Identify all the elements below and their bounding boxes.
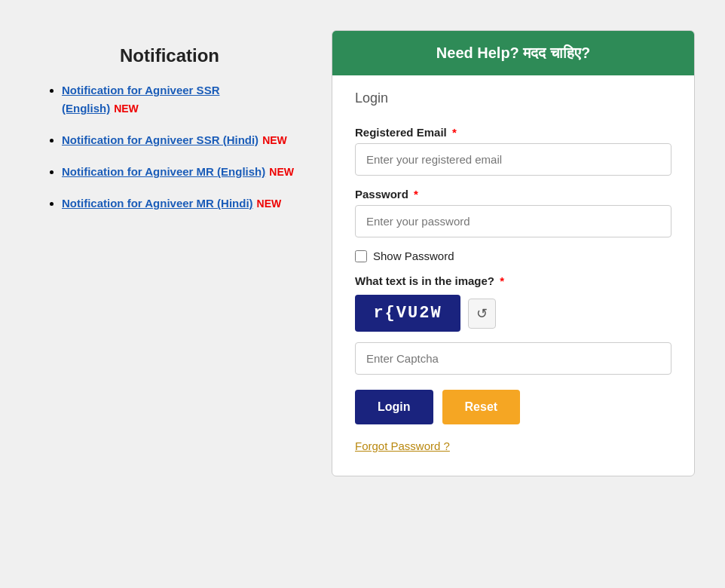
password-input[interactable] [355, 205, 671, 237]
login-button[interactable]: Login [355, 390, 433, 424]
captcha-image-row: r{VU2W ↺ [355, 295, 671, 332]
captcha-label: What text is in the image? * [355, 274, 671, 287]
show-password-row: Show Password [355, 250, 671, 262]
reset-button[interactable]: Reset [442, 390, 521, 424]
new-badge: NEW [269, 166, 294, 178]
password-required-star: * [414, 188, 418, 201]
captcha-required-star: * [500, 274, 504, 287]
notification-link[interactable]: Notification for Agniveer SSR (Hindi) [62, 133, 258, 146]
forgot-password-link[interactable]: Forgot Password ? [355, 439, 450, 452]
list-item: Notification for Agniveer MR (English)NE… [62, 163, 294, 181]
login-form: Login Registered Email * Password * [332, 75, 694, 476]
notification-list: Notification for Agniveer SSR (English)N… [45, 81, 294, 213]
new-badge: NEW [257, 198, 282, 210]
notification-panel: Notification Notification for Agniveer S… [30, 30, 309, 241]
email-required-star: * [452, 126, 457, 139]
email-group: Registered Email * [355, 126, 671, 176]
email-input[interactable] [355, 143, 671, 176]
email-label: Registered Email * [355, 126, 671, 139]
notification-title: Notification [45, 45, 294, 66]
new-badge: NEW [262, 134, 287, 146]
login-panel: Need Help? मदद चाहिए? Login Registered E… [332, 30, 695, 476]
buttons-row: Login Reset [355, 390, 671, 424]
password-label: Password * [355, 188, 671, 201]
new-badge: NEW [114, 103, 139, 115]
captcha-group: What text is in the image? * r{VU2W ↺ [355, 274, 671, 375]
captcha-refresh-button[interactable]: ↺ [468, 299, 496, 329]
notification-link[interactable]: Notification for Agniveer MR (English) [62, 165, 265, 178]
help-banner: Need Help? मदद चाहिए? [332, 31, 694, 75]
notification-link[interactable]: Notification for Agniveer SSR (English) [62, 84, 219, 115]
show-password-checkbox[interactable] [355, 250, 367, 262]
captcha-image: r{VU2W [355, 295, 460, 332]
password-group: Password * [355, 188, 671, 237]
show-password-label[interactable]: Show Password [373, 250, 454, 262]
captcha-input[interactable] [355, 342, 671, 375]
list-item: Notification for Agniveer MR (Hindi)NEW [62, 194, 294, 213]
list-item: Notification for Agniveer SSR (Hindi)NEW [62, 131, 294, 149]
page-container: Notification Notification for Agniveer S… [15, 15, 710, 492]
list-item: Notification for Agniveer SSR (English)N… [62, 81, 294, 118]
login-heading: Login [355, 90, 671, 112]
notification-link[interactable]: Notification for Agniveer MR (Hindi) [62, 197, 253, 210]
